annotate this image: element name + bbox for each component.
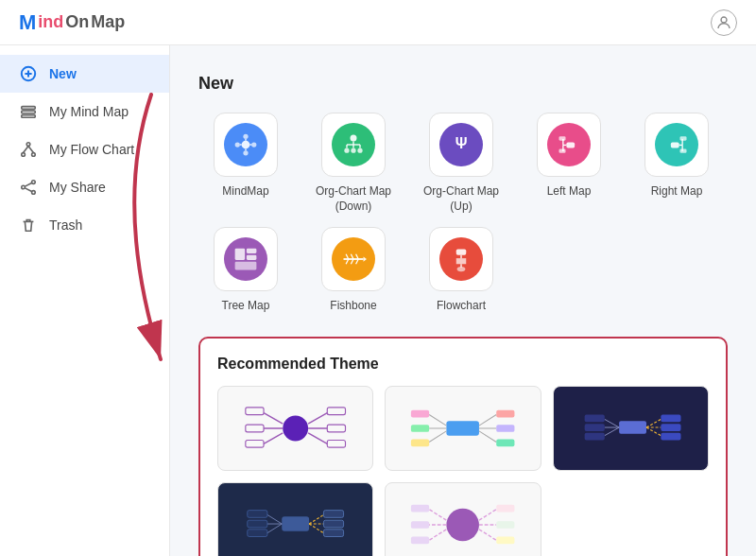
svg-line-11 [28, 146, 33, 152]
svg-rect-50 [235, 249, 246, 260]
svg-rect-112 [323, 530, 343, 537]
theme-1-preview [218, 387, 372, 470]
svg-rect-85 [411, 425, 429, 432]
org-chart-down-icon-wrap[interactable] [321, 113, 386, 177]
sidebar-item-my-mind-map[interactable]: My Mind Map [0, 93, 169, 130]
template-left-map[interactable]: Left Map [522, 113, 616, 214]
svg-rect-44 [671, 142, 679, 148]
svg-rect-73 [246, 440, 264, 447]
svg-rect-77 [327, 408, 345, 415]
flowchart-icon-wrap[interactable] [429, 227, 493, 291]
tree-map-icon-circle [224, 237, 267, 281]
theme-card-4[interactable] [217, 482, 373, 556]
flow-icon [19, 140, 38, 159]
left-map-icon-wrap[interactable] [537, 113, 601, 177]
svg-rect-131 [497, 536, 515, 544]
svg-line-107 [309, 514, 323, 524]
sidebar-item-trash[interactable]: Trash [0, 206, 169, 244]
layers-icon [19, 102, 38, 121]
new-section-title: New [198, 74, 728, 94]
sidebar-item-my-flow-chart[interactable]: My Flow Chart [0, 130, 169, 168]
svg-rect-79 [327, 440, 345, 447]
svg-point-9 [32, 153, 36, 157]
mindmap-icon-circle [224, 123, 267, 166]
mindmap-label: MindMap [222, 184, 268, 200]
logo-mind: ind [38, 12, 63, 32]
svg-line-109 [309, 524, 323, 533]
svg-line-74 [308, 412, 327, 424]
svg-line-81 [429, 414, 446, 426]
svg-rect-129 [497, 505, 515, 513]
svg-line-102 [604, 427, 618, 436]
svg-rect-52 [247, 255, 257, 260]
template-org-chart-up[interactable]: Ψ Org-Chart Map (Up) [414, 113, 508, 214]
svg-rect-78 [327, 425, 345, 432]
org-chart-up-icon-wrap[interactable]: Ψ [429, 113, 493, 177]
svg-point-26 [351, 135, 357, 142]
svg-rect-72 [246, 425, 264, 432]
svg-line-15 [25, 183, 31, 187]
right-map-label: Right Map [651, 184, 703, 200]
svg-line-128 [479, 530, 496, 541]
svg-line-122 [429, 530, 446, 541]
svg-point-7 [26, 143, 30, 147]
sidebar-my-mind-map-label: My Mind Map [49, 104, 129, 119]
svg-rect-71 [246, 408, 264, 415]
svg-line-89 [479, 431, 496, 443]
svg-line-100 [604, 419, 618, 427]
svg-marker-61 [364, 257, 368, 262]
trash-icon [19, 216, 38, 235]
template-right-map[interactable]: Right Map [629, 113, 724, 214]
logo-on: On [65, 12, 89, 32]
theme-card-2[interactable] [385, 386, 541, 471]
svg-rect-41 [559, 148, 566, 152]
svg-rect-5 [22, 111, 35, 113]
svg-rect-93 [619, 421, 646, 433]
svg-point-34 [357, 148, 362, 153]
svg-rect-6 [22, 115, 35, 118]
svg-rect-51 [247, 249, 257, 253]
template-org-chart-down[interactable]: Org-Chart Map(Down) [306, 113, 401, 214]
user-icon[interactable] [711, 9, 737, 36]
sidebar: New My Mind Map [0, 45, 170, 556]
tree-map-label: Tree Map [222, 299, 270, 314]
tree-map-icon-wrap[interactable] [214, 227, 278, 291]
theme-card-5[interactable] [385, 482, 541, 556]
template-tree-map[interactable]: Tree Map [198, 227, 293, 314]
right-map-icon-wrap[interactable] [644, 113, 709, 177]
mindmap-icon-wrap[interactable] [214, 113, 278, 177]
template-fishbone[interactable]: Fishbone [306, 227, 401, 314]
sidebar-item-my-share[interactable]: My Share [0, 168, 169, 206]
svg-line-113 [267, 514, 282, 524]
sidebar-item-new[interactable]: New [0, 55, 169, 93]
fishbone-icon-wrap[interactable] [321, 227, 386, 291]
svg-rect-62 [456, 250, 467, 255]
svg-point-17 [242, 141, 250, 149]
left-map-label: Left Map [547, 184, 592, 200]
svg-line-16 [25, 188, 31, 192]
theme-card-3[interactable] [553, 386, 709, 471]
svg-rect-40 [559, 136, 566, 140]
flowchart-icon-circle [439, 237, 483, 281]
svg-rect-99 [661, 433, 680, 441]
svg-rect-118 [248, 530, 267, 537]
svg-point-21 [251, 142, 256, 147]
svg-line-10 [24, 146, 28, 152]
theme-card-1[interactable] [217, 386, 373, 471]
template-mindmap[interactable]: MindMap [198, 113, 293, 214]
theme-5-preview [386, 483, 540, 556]
template-flowchart[interactable]: Flowchart [414, 227, 508, 314]
svg-point-12 [32, 181, 36, 184]
svg-marker-64 [456, 258, 467, 264]
org-chart-down-icon-circle [332, 123, 375, 166]
svg-rect-124 [411, 521, 429, 529]
logo: MindOnMap [19, 10, 125, 35]
svg-rect-4 [22, 107, 35, 110]
svg-rect-106 [282, 516, 309, 530]
svg-rect-84 [411, 410, 429, 418]
svg-rect-90 [497, 410, 515, 418]
svg-line-120 [429, 509, 446, 520]
svg-rect-92 [497, 439, 515, 446]
svg-rect-103 [584, 414, 604, 422]
svg-rect-49 [680, 148, 687, 152]
